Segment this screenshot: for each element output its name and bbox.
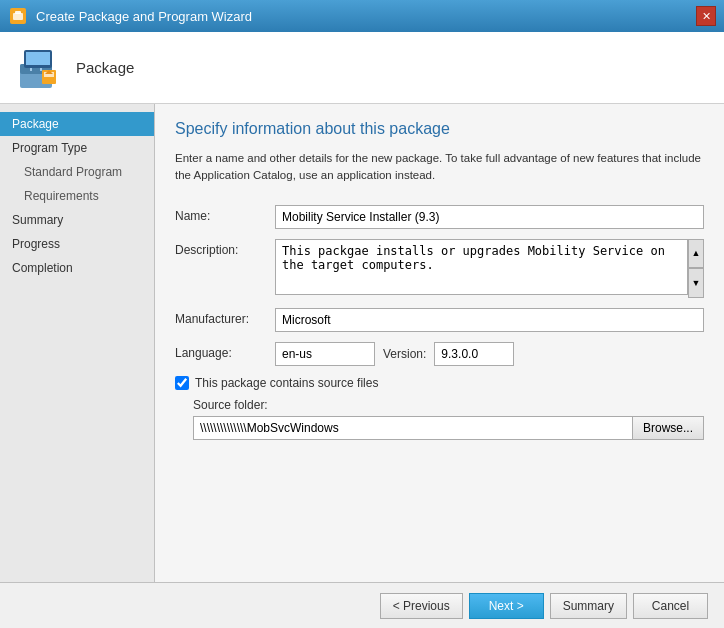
manufacturer-field [275, 308, 704, 332]
app-icon [8, 6, 28, 26]
title-bar: Create Package and Program Wizard ✕ [0, 0, 724, 32]
lang-version-row: Language: Version: [175, 342, 704, 366]
manufacturer-label: Manufacturer: [175, 308, 275, 326]
svg-rect-8 [32, 68, 40, 71]
sidebar-item-program-type[interactable]: Program Type [0, 136, 154, 160]
cancel-button[interactable]: Cancel [633, 593, 708, 619]
lang-version-fields: Version: [275, 342, 704, 366]
manufacturer-row: Manufacturer: [175, 308, 704, 332]
sidebar-item-summary[interactable]: Summary [0, 208, 154, 232]
browse-button[interactable]: Browse... [632, 416, 704, 440]
svg-rect-1 [13, 13, 23, 20]
scroll-up-button[interactable]: ▲ [688, 239, 704, 269]
sidebar-item-requirements[interactable]: Requirements [0, 184, 154, 208]
title-bar-left: Create Package and Program Wizard [8, 6, 252, 26]
sidebar-item-standard-program[interactable]: Standard Program [0, 160, 154, 184]
next-button[interactable]: Next > [469, 593, 544, 619]
dialog-body: Package Program Type Standard Program Re… [0, 104, 724, 582]
language-label: Language: [175, 342, 275, 360]
header-title: Package [76, 59, 134, 76]
svg-rect-7 [26, 52, 50, 65]
summary-button[interactable]: Summary [550, 593, 627, 619]
dialog: Package Package Program Type Standard Pr… [0, 32, 724, 628]
previous-button[interactable]: < Previous [380, 593, 463, 619]
content-description: Enter a name and other details for the n… [175, 150, 704, 185]
dialog-header: Package [0, 32, 724, 104]
close-button[interactable]: ✕ [696, 6, 716, 26]
scroll-buttons: ▲ ▼ [688, 239, 704, 298]
sidebar: Package Program Type Standard Program Re… [0, 104, 155, 582]
dialog-title: Create Package and Program Wizard [36, 9, 252, 24]
source-files-label[interactable]: This package contains source files [195, 376, 378, 390]
svg-rect-9 [28, 71, 44, 73]
source-files-checkbox[interactable] [175, 376, 189, 390]
description-label: Description: [175, 239, 275, 257]
sidebar-item-package[interactable]: Package [0, 112, 154, 136]
source-folder-label: Source folder: [193, 398, 704, 412]
name-label: Name: [175, 205, 275, 223]
language-input[interactable] [275, 342, 375, 366]
content-area: Specify information about this package E… [155, 104, 724, 582]
source-files-checkbox-row: This package contains source files [175, 376, 704, 390]
scroll-down-button[interactable]: ▼ [688, 268, 704, 298]
version-input[interactable] [434, 342, 514, 366]
source-folder-row: Browse... [193, 416, 704, 440]
name-field [275, 205, 704, 229]
name-row: Name: [175, 205, 704, 229]
manufacturer-input[interactable] [275, 308, 704, 332]
svg-rect-2 [15, 11, 21, 14]
description-wrapper: ▲ ▼ [275, 239, 704, 298]
package-header-icon [16, 44, 64, 92]
dialog-footer: < Previous Next > Summary Cancel [0, 582, 724, 628]
name-input[interactable] [275, 205, 704, 229]
source-folder-input[interactable] [193, 416, 632, 440]
sidebar-item-progress[interactable]: Progress [0, 232, 154, 256]
description-row: Description: ▲ ▼ [175, 239, 704, 298]
content-title: Specify information about this package [175, 120, 704, 138]
description-input[interactable] [275, 239, 688, 295]
version-label: Version: [383, 347, 426, 361]
sidebar-item-completion[interactable]: Completion [0, 256, 154, 280]
